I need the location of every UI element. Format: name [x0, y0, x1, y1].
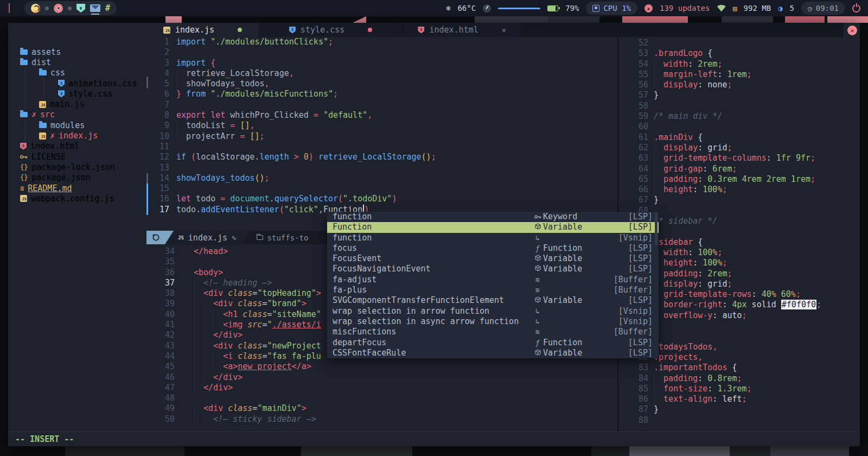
code-line[interactable]: 12if (localStorage.length > 0) retrieve_… — [146, 152, 617, 162]
cpu-widget[interactable]: CPU 1% — [586, 2, 637, 15]
pocket-shield-icon[interactable]: ∨ — [76, 4, 85, 12]
tree-item-package-json[interactable]: {}package.json — [8, 173, 146, 183]
code-line[interactable]: 3import { — [146, 58, 617, 68]
hash-icon[interactable]: # — [105, 3, 110, 13]
line-content: /* sidebar */ — [654, 216, 717, 226]
code-line[interactable]: 61.mainDiv { — [618, 132, 860, 143]
line-number: 49 — [146, 403, 175, 414]
code-line[interactable]: 83.importantTodos { — [618, 363, 860, 373]
code-line[interactable]: 10 projectArr = []; — [146, 131, 617, 142]
code-line[interactable]: 66 height: 100%; — [618, 185, 860, 195]
updates-value[interactable]: 139 updates — [660, 4, 710, 12]
tab-close-icon[interactable]: ✕ — [502, 26, 506, 34]
code-line[interactable]: 8export let whichPro_Clicked = "default"… — [146, 110, 617, 121]
code-line[interactable]: 58 — [618, 101, 860, 111]
code-line[interactable]: 45 <a>new project</a> — [146, 362, 617, 372]
completion-item[interactable]: functionKeyword[LSP] — [327, 212, 659, 222]
workspace-indicator[interactable] — [9, 3, 10, 13]
line-number: 12 — [146, 152, 169, 162]
code-line[interactable]: 62 display: grid; — [618, 143, 860, 153]
completion-item[interactable]: function↳[Vsnip] — [327, 233, 659, 243]
code-line[interactable]: 48 — [146, 393, 617, 403]
code-line[interactable]: 1import "./modules/buttonClicks"; — [146, 37, 617, 47]
popup-scrollbar[interactable] — [655, 213, 658, 245]
code-line[interactable]: 16let todo = document.querySelector(".to… — [146, 194, 617, 204]
code-line[interactable]: 9 todoList = [], — [146, 121, 617, 131]
code-line[interactable]: 52 — [618, 38, 860, 48]
completion-item[interactable]: CSSFontFaceRuleVariable[LSP] — [327, 348, 659, 358]
code-line[interactable]: 6} from "./modules/miscFunctions"; — [146, 89, 617, 99]
code-line[interactable]: 67} — [618, 195, 860, 205]
code-line[interactable]: 13 — [146, 163, 617, 173]
completion-item[interactable]: wrap selection in arrow function↳[Vsnip] — [327, 306, 659, 316]
code-line[interactable]: 59/* main div */ — [618, 111, 860, 122]
completion-item[interactable]: miscFunctions≋[Buffer] — [327, 327, 659, 337]
tab-style-css[interactable]: 3style.css — [259, 23, 403, 37]
tab-index-html[interactable]: 5index.html✕ — [403, 23, 522, 37]
code-line[interactable]: 88 — [618, 415, 860, 426]
code-line[interactable]: 65 padding: 0.3rem 4rem 2rem 1rem; — [618, 174, 860, 185]
completion-item[interactable]: fa-plus≋[Buffer] — [327, 285, 659, 295]
tree-item-dist[interactable]: dist — [8, 57, 146, 67]
tree-item-css[interactable]: css — [8, 68, 146, 78]
code-line[interactable]: 86 text-align: left; — [618, 394, 860, 404]
tree-item-style-css[interactable]: 3style.css — [8, 88, 146, 99]
code-line[interactable]: 53.brandLogo { — [618, 48, 860, 59]
code-line[interactable]: 46 </div> — [146, 372, 617, 383]
tree-item-index-js[interactable]: JS✗index.js — [8, 130, 146, 141]
tree-item-index-html[interactable]: 5index.html — [8, 141, 146, 151]
clock-widget[interactable]: ◷09:01 — [801, 2, 845, 15]
line-content: height: 100%; — [654, 258, 727, 268]
completion-item[interactable]: departFocusƒFunction[LSP] — [327, 338, 659, 348]
code-line[interactable]: 84 padding: 0.8rem; — [618, 373, 860, 384]
chrome-icon[interactable] — [54, 4, 63, 13]
css-shield-icon: 3 — [58, 80, 65, 87]
code-line[interactable]: 57} — [618, 90, 860, 100]
code-line[interactable]: 55 margin-left: 1rem; — [618, 69, 860, 80]
code-line[interactable]: 15 — [146, 183, 617, 194]
code-line[interactable]: 63 grid-template-columns: 1fr 9fr; — [618, 153, 860, 163]
code-line[interactable]: 64 grid-gap: 6rem; — [618, 164, 860, 174]
tree-item-modules[interactable]: modules — [8, 120, 146, 130]
completion-item[interactable]: FocusEventVariable[LSP] — [327, 254, 659, 264]
completion-item[interactable]: FocusNavigationEventVariable[LSP] — [327, 264, 659, 274]
tree-item-assets[interactable]: assets — [8, 47, 146, 57]
code-line[interactable]: 85 font-size: 1.3rem; — [618, 384, 860, 394]
code-line[interactable]: 60 — [618, 122, 860, 132]
code-line[interactable]: 2 — [146, 47, 617, 58]
code-line[interactable]: 14showTodays_todos(); — [146, 173, 617, 183]
completion-item[interactable]: fa-adjust≋[Buffer] — [327, 275, 659, 285]
tree-item-LICENSE[interactable]: LICENSE — [8, 151, 146, 162]
line-content: <h1 class="siteName" — [194, 309, 321, 320]
code-line[interactable]: 50 <!— sticky sidebar —> — [146, 414, 617, 425]
power-icon[interactable] — [852, 4, 860, 12]
key-icon — [20, 152, 28, 162]
completion-item[interactable]: wrap selection in async arrow function↳[… — [327, 316, 659, 327]
firefox-icon[interactable] — [31, 4, 40, 13]
code-line[interactable]: 56 display: none; — [618, 80, 860, 90]
tree-item-animations-css[interactable]: 3animations.css — [8, 78, 146, 88]
completion-source: [Vsnip] — [603, 306, 653, 316]
code-line[interactable]: 5 showTodays_todos, — [146, 79, 617, 89]
mail-icon[interactable] — [90, 4, 100, 12]
window-close-button[interactable]: ✕ — [847, 26, 857, 35]
completion-item[interactable]: FunctionVariable[LSP] — [327, 222, 659, 232]
code-line[interactable]: 4 retrieve_LocalStorage, — [146, 68, 617, 79]
wifi-icon[interactable] — [717, 5, 726, 12]
code-line[interactable]: 54 width: 2rem; — [618, 59, 860, 69]
code-line[interactable]: 87} — [618, 404, 860, 415]
code-line[interactable]: 11 — [146, 142, 617, 152]
brightness-slider[interactable] — [498, 8, 540, 9]
tree-item-main-js[interactable]: JSmain.js — [8, 99, 146, 109]
tree-item-README-md[interactable]: ≣README.md — [8, 183, 146, 193]
tree-item-webpack-config-js[interactable]: JSwebpack.config.js — [8, 193, 146, 204]
completion-item[interactable]: focusƒFunction[LSP] — [327, 243, 659, 254]
tree-item-src[interactable]: ✗src — [8, 110, 146, 120]
editor-pane-indexjs[interactable]: 1import "./modules/buttonClicks";23impor… — [146, 37, 617, 231]
completion-item[interactable]: SVGComponentTransferFunctionElementVaria… — [327, 295, 659, 306]
tab-index-js[interactable]: JSindex.js — [146, 23, 259, 37]
code-line[interactable]: 49 <div class="mainDiv"> — [146, 403, 617, 414]
code-line[interactable]: 47 </div> — [146, 383, 617, 393]
tree-item-package-lock-json[interactable]: {}package-lock.json — [8, 162, 146, 172]
code-line[interactable]: 7 — [146, 100, 617, 110]
